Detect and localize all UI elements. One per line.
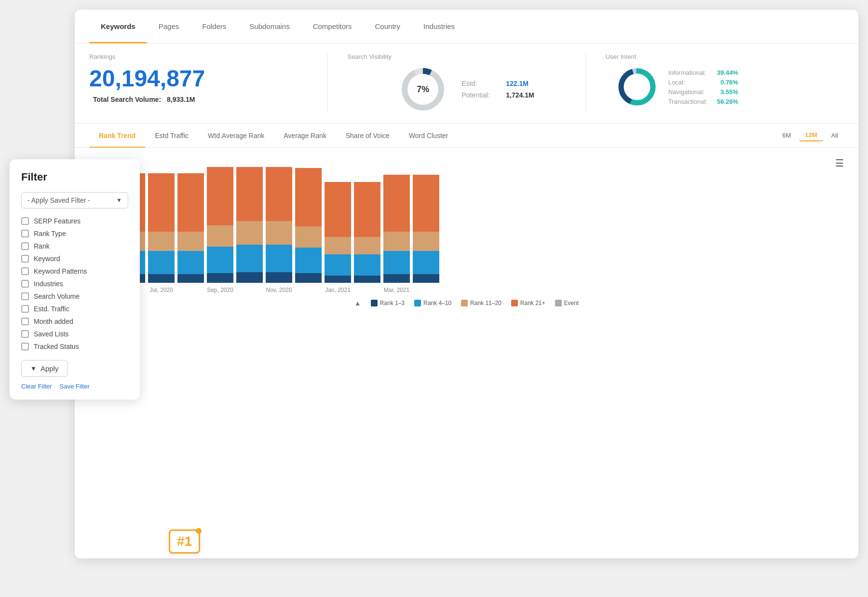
legend-rank11-20: Rank 11–20 [461, 300, 502, 306]
x-axis-labels: 2020Jul, 2020Sep, 2020Nov, 2020Jan, 2021… [89, 283, 844, 293]
rankings-section: Rankings 20,194,877 Total Search Volume:… [89, 53, 327, 113]
filter-links: Clear Filter Save Filter [21, 383, 90, 390]
legend-rank11-20-dot [461, 300, 468, 306]
filter-checkbox-0[interactable] [21, 217, 29, 225]
clear-filter-link[interactable]: Clear Filter [21, 383, 52, 390]
tab-country[interactable]: Country [364, 10, 412, 43]
filter-option-search-volume[interactable]: Search Volume [21, 292, 128, 300]
filter-option-estd.-traffic[interactable]: Estd. Traffic [21, 305, 128, 313]
bar-stack-10 [383, 175, 410, 283]
bar-group-10 [383, 175, 410, 283]
search-vis-donut: 7% [399, 65, 447, 113]
save-filter-link[interactable]: Save Filter [60, 383, 90, 390]
filter-title: Filter [21, 171, 128, 183]
x-label-3 [177, 287, 204, 293]
time-tab-6m[interactable]: 6M [776, 130, 797, 141]
tab-pages[interactable]: Pages [147, 10, 191, 43]
chart-area: ☰ 2020Jul, 2020Sep, 2020Nov, 2020Jan, 20… [75, 148, 858, 556]
tab-competitors[interactable]: Competitors [301, 10, 364, 43]
filter-option-label-10: Tracked Status [34, 343, 79, 350]
legend-triangle-icon: ▲ [354, 299, 361, 307]
bar-segment [207, 167, 233, 225]
sub-tab-navigation: Rank Trend Estd Traffic Wtd.Average Rank… [75, 124, 858, 148]
legend-event-label: Event [564, 300, 579, 306]
bar-segment [413, 251, 439, 274]
chart-menu-icon[interactable]: ☰ [835, 157, 844, 169]
search-visibility-section: Search Visibility 7% Estd: [327, 53, 585, 113]
filter-option-tracked-status[interactable]: Tracked Status [21, 343, 128, 350]
bar-stack-9 [354, 182, 380, 283]
legend-event-dot [555, 300, 562, 306]
sub-tab-avg-rank[interactable]: Average Rank [274, 124, 336, 148]
filter-option-keyword[interactable]: Keyword [21, 255, 128, 263]
filter-checkbox-10[interactable] [21, 343, 29, 350]
tab-navigation: Keywords Pages Folders Subdomains Compet… [75, 10, 858, 43]
legend-rank1-3-label: Rank 1–3 [380, 300, 405, 306]
apply-button[interactable]: ▼ Apply [21, 360, 68, 377]
intent-donut [615, 65, 659, 109]
filter-checkbox-4[interactable] [21, 267, 29, 275]
bar-segment [148, 173, 175, 232]
legend-rank21plus-label: Rank 21+ [520, 300, 545, 306]
bar-segment [177, 232, 204, 251]
time-tabs: 6M 12M All [776, 129, 844, 141]
time-tab-12m[interactable]: 12M [799, 129, 823, 141]
filter-option-label-2: Rank [34, 242, 50, 250]
filter-checkbox-8[interactable] [21, 318, 29, 325]
x-label-2: Jul, 2020 [148, 287, 175, 293]
filter-option-month-added[interactable]: Month added [21, 318, 128, 325]
user-intent-label: User Intent [606, 53, 844, 60]
sub-tab-word-cluster[interactable]: Word Cluster [399, 124, 458, 148]
bar-segment [207, 247, 233, 273]
sub-tab-rank-trend[interactable]: Rank Trend [89, 124, 145, 148]
badge-label: #1 [177, 534, 192, 549]
search-vis-label: Search Visibility [347, 53, 585, 60]
filter-option-label-3: Keyword [34, 255, 60, 263]
bar-segment [148, 232, 175, 251]
tab-folders[interactable]: Folders [190, 10, 238, 43]
filter-option-rank[interactable]: Rank [21, 242, 128, 250]
filter-checkbox-3[interactable] [21, 255, 29, 263]
intent-local: Local: 0.76% [668, 79, 738, 86]
filter-option-label-8: Month added [34, 318, 73, 325]
bar-segment [177, 274, 204, 283]
bar-segment [325, 237, 351, 254]
potential-row: Potential: 1,724.1M [461, 91, 534, 99]
bar-group-6 [266, 167, 292, 283]
main-card: Keywords Pages Folders Subdomains Compet… [75, 10, 858, 558]
search-vis-pct: 7% [417, 84, 429, 95]
filter-checkbox-7[interactable] [21, 305, 29, 313]
chart-bars [89, 167, 844, 283]
sub-tab-wtd-avg-rank[interactable]: Wtd.Average Rank [198, 124, 274, 148]
bar-segment [266, 245, 292, 272]
bar-segment [354, 254, 380, 276]
filter-icon: ▼ [30, 365, 37, 372]
tab-keywords[interactable]: Keywords [89, 10, 147, 43]
filter-options: SERP FeaturesRank TypeRankKeywordKeyword… [21, 217, 128, 350]
filter-checkbox-9[interactable] [21, 330, 29, 338]
x-label-4: Sep, 2020 [207, 287, 233, 293]
filter-option-serp-features[interactable]: SERP Features [21, 217, 128, 225]
bar-segment [207, 273, 233, 283]
filter-checkbox-1[interactable] [21, 230, 29, 237]
bar-group-2 [148, 173, 175, 283]
bar-stack-5 [236, 167, 263, 283]
filter-checkbox-5[interactable] [21, 280, 29, 288]
filter-option-rank-type[interactable]: Rank Type [21, 230, 128, 237]
filter-option-keyword-patterns[interactable]: Keyword Patterns [21, 267, 128, 275]
bar-segment [295, 248, 322, 273]
tab-subdomains[interactable]: Subdomains [238, 10, 301, 43]
sub-tab-share-voice[interactable]: Share of Voice [336, 124, 399, 148]
sub-tab-estd-traffic[interactable]: Estd Traffic [145, 124, 198, 148]
filter-option-industries[interactable]: Industries [21, 280, 128, 288]
filter-option-saved-lists[interactable]: Saved Lists [21, 330, 128, 338]
x-label-10: Mar, 2021 [383, 287, 410, 293]
tab-industries[interactable]: Industries [412, 10, 466, 43]
filter-checkbox-2[interactable] [21, 242, 29, 250]
bar-group-5 [236, 167, 263, 283]
filter-checkbox-6[interactable] [21, 292, 29, 300]
x-label-8: Jan, 2021 [325, 287, 351, 293]
bar-stack-7 [295, 168, 322, 283]
saved-filter-select[interactable]: - Apply Saved Filter - ▼ [21, 192, 128, 208]
time-tab-all[interactable]: All [826, 130, 844, 141]
